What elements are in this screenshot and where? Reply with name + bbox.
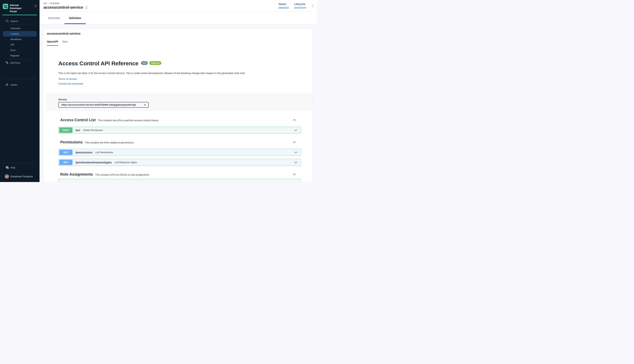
- sidebar-item-search[interactable]: Search: [0, 18, 40, 24]
- brand: Internal Developer Portal: [0, 0, 40, 13]
- servers-bar: Servers https://accesscontrol-service-6d…: [46, 93, 313, 111]
- sidebar-item-docs[interactable]: Docs: [0, 48, 40, 53]
- section-subtitle: This contains the APIs to perform access…: [98, 119, 158, 122]
- svg-text:?: ?: [6, 166, 8, 168]
- api-info: Access Control API Reference 1.0 OAS 3.0…: [58, 60, 301, 85]
- section-subtitle: This contains the APIs related to permis…: [85, 141, 134, 144]
- brand-accent-rule: [3, 15, 37, 15]
- section-header[interactable]: Access Control List This contains the AP…: [58, 118, 301, 122]
- sidebar: Internal Developer Portal Search: [0, 0, 40, 182]
- version-badge: 1.0: [141, 61, 148, 65]
- operation-path: /permissions: [76, 151, 92, 154]
- api-description: This is the Open Api Spec 3 for the Acce…: [58, 72, 301, 74]
- sidebar-item-overview[interactable]: Overview: [0, 26, 40, 31]
- help-label: Help: [10, 166, 16, 169]
- wrench-icon: [6, 61, 8, 64]
- sidebar-item-label: API: [10, 43, 14, 46]
- sidebar-item-label: Workflows: [10, 38, 22, 41]
- definition-card: accesscontrol-service OpenAPI Raw Access…: [43, 29, 313, 182]
- chevron-down-icon[interactable]: [294, 162, 297, 163]
- content-area: accesscontrol-service OpenAPI Raw Access…: [40, 24, 317, 182]
- servers-select[interactable]: https://accesscontrol-service-6d45755484…: [58, 102, 149, 108]
- operation-row-post-acl[interactable]: POST /acl Check Permission: [58, 127, 301, 134]
- lifecycle-block: Lifecycle production: [294, 3, 306, 9]
- sidebar-item-devtools[interactable]: DevTools: [0, 60, 40, 66]
- card-title: accesscontrol-service: [43, 29, 313, 36]
- sidebar-divider: [3, 163, 37, 163]
- owner-block: Owner plplayacc: [278, 3, 289, 9]
- user-name: Debabrata Panigrahi: [10, 175, 33, 178]
- kebab-menu-icon[interactable]: [312, 4, 314, 8]
- favorite-star-icon[interactable]: [85, 6, 88, 9]
- chevron-down-icon[interactable]: [294, 129, 297, 131]
- header-left: API — OPENAPI accesscontrol-service: [44, 2, 88, 10]
- terms-of-service-link[interactable]: Terms of service: [58, 78, 301, 80]
- operation-summary: List Permissions: [95, 151, 113, 154]
- tab-definition[interactable]: Definition: [64, 12, 86, 24]
- operation-row-partial[interactable]: [58, 179, 301, 182]
- section-header[interactable]: Permissions This contains the APIs relat…: [58, 140, 301, 144]
- chevron-up-icon[interactable]: [293, 141, 296, 143]
- sidebar-item-help[interactable]: ? Help: [0, 165, 40, 170]
- sidebar-item-api[interactable]: API: [0, 42, 40, 48]
- sidebar-item-label: Register: [10, 54, 20, 57]
- portal-logo-icon: [3, 4, 8, 9]
- operation-row-get-permissions[interactable]: GET /permissions List Permissions: [58, 149, 301, 156]
- search-icon: [6, 20, 9, 23]
- sidebar-item-register[interactable]: Register: [0, 53, 40, 58]
- gear-icon: ⚙: [6, 83, 8, 86]
- tab-openapi[interactable]: OpenAPI: [47, 40, 58, 46]
- lifecycle-label: Lifecycle: [294, 3, 306, 6]
- section-access-control-list: Access Control List This contains the AP…: [58, 118, 301, 134]
- sidebar-item-catalog[interactable]: Catalog: [3, 31, 37, 36]
- operation-row-get-permissions-resourcetypes[interactable]: GET /permissions/resourcetypes List Reso…: [58, 159, 301, 166]
- sidebar-item-label: Admin: [10, 84, 17, 86]
- sidebar-item-label: DevTools: [10, 61, 20, 64]
- sidebar-spacer: [0, 88, 40, 163]
- method-badge: GET: [59, 160, 72, 165]
- tab-overview[interactable]: Overview: [44, 12, 64, 24]
- main-area: API — OPENAPI accesscontrol-service Owne…: [40, 0, 317, 182]
- entity-tabs: Overview Definition: [40, 12, 317, 24]
- operation-summary: List Resource Types: [115, 161, 137, 164]
- user-menu[interactable]: DP Debabrata Panigrahi: [5, 174, 40, 182]
- chevron-down-icon[interactable]: [294, 152, 297, 153]
- operation-path: /acl: [76, 129, 80, 132]
- section-header[interactable]: Role Assignments This contains APIs for …: [58, 172, 301, 176]
- api-sections: Access Control List This contains the AP…: [58, 118, 301, 182]
- sidebar-item-label: Docs: [10, 49, 16, 52]
- chevron-down-icon: [144, 104, 146, 106]
- header-right: Owner plplayacc Lifecycle production: [278, 3, 314, 9]
- app-grid-icon[interactable]: [34, 5, 37, 7]
- sidebar-item-label: Catalog: [10, 32, 19, 35]
- oas-badge: OAS 3.0: [149, 61, 161, 65]
- sidebar-item-admin[interactable]: ⚙ Admin: [0, 82, 40, 88]
- section-title: Role Assignments: [60, 172, 93, 176]
- sidebar-item-workflows[interactable]: Workflows: [0, 36, 40, 42]
- chevron-up-icon[interactable]: [293, 174, 296, 175]
- owner-link[interactable]: plplayacc: [278, 6, 289, 9]
- sidebar-nav: Search Overview Catalog Workflows API Do…: [0, 18, 40, 66]
- tab-raw[interactable]: Raw: [62, 40, 68, 46]
- operation-path: /permissions/resourcetypes: [76, 161, 112, 164]
- operation-summary: Check Permission: [83, 129, 103, 132]
- section-title: Access Control List: [60, 118, 96, 122]
- method-badge: GET: [59, 150, 72, 155]
- sidebar-divider: [3, 79, 37, 79]
- server-url: https://accesscontrol-service-6d45755484…: [61, 104, 144, 106]
- avatar: DP: [5, 174, 9, 178]
- method-badge: POST: [59, 128, 72, 133]
- sidebar-item-label: Search: [10, 20, 18, 22]
- contact-developer-link[interactable]: Contact the developer: [58, 82, 301, 85]
- page-title: accesscontrol-service: [44, 5, 83, 10]
- chevron-up-icon[interactable]: [293, 119, 296, 121]
- section-permissions: Permissions This contains the APIs relat…: [58, 140, 301, 166]
- nav-divider: [8, 59, 30, 59]
- sidebar-item-label: Overview: [10, 27, 20, 30]
- section-subtitle: This contains APIs for CRUD on role assi…: [95, 173, 149, 176]
- app-root: Internal Developer Portal Search: [0, 0, 317, 182]
- breadcrumb: API — OPENAPI: [44, 2, 88, 4]
- help-chat-icon: ?: [6, 166, 9, 169]
- section-title: Permissions: [60, 140, 83, 144]
- owner-label: Owner: [278, 3, 289, 6]
